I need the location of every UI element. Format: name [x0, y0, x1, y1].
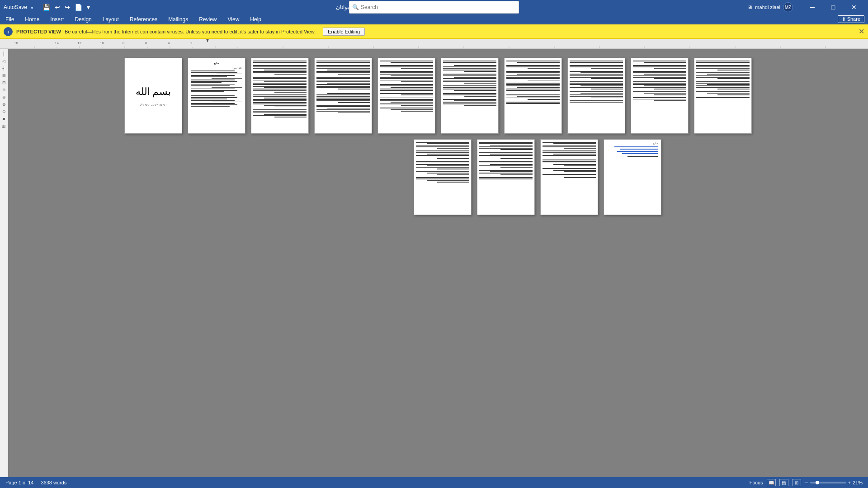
tab-file[interactable]: File	[0, 14, 19, 24]
page-thumb-8[interactable]	[567, 58, 625, 134]
search-bar[interactable]: 🔍	[349, 1, 519, 14]
page-row-2: منابع	[215, 139, 661, 215]
window-controls: ─ □ ✕	[802, 0, 864, 14]
page-thumb-12[interactable]	[477, 139, 535, 215]
user-area: 🖥 mahdi ziaei MZ	[747, 2, 793, 12]
print-layout-button[interactable]: ▤	[779, 479, 788, 486]
page-thumb-7[interactable]	[504, 58, 562, 134]
tab-design[interactable]: Design	[69, 14, 97, 24]
protected-message: Be careful—files from the Internet can c…	[65, 29, 316, 34]
svg-rect-0	[12, 39, 868, 48]
status-right: Focus 📖 ▤ ⊞ ─ + 21%	[750, 479, 863, 486]
ruler: 18 14 12 10 8 6 4 2	[0, 39, 868, 49]
monitor-icon: 🖥	[747, 5, 752, 10]
read-view-button[interactable]: 📖	[767, 479, 776, 486]
protected-icon-label: i	[7, 29, 9, 34]
user-avatar[interactable]: MZ	[783, 2, 793, 12]
protected-view-bar: i PROTECTED VIEW Be careful—files from t…	[0, 24, 868, 39]
page-thumb-6[interactable]	[441, 58, 499, 134]
ribbon: File Home Insert Design Layout Reference…	[0, 14, 868, 24]
left-tool-10[interactable]: ■	[1, 116, 7, 122]
page-thumb-4[interactable]	[314, 58, 372, 134]
page-thumb-13[interactable]	[540, 139, 598, 215]
page-thumb-5[interactable]	[377, 58, 435, 134]
bismillah-art: بسم الله	[127, 86, 179, 98]
page-thumb-10[interactable]	[694, 58, 752, 134]
protected-badge: PROTECTED VIEW	[16, 29, 61, 34]
tab-references[interactable]: References	[124, 14, 163, 24]
zoom-in-button[interactable]: +	[848, 480, 851, 485]
zoom-out-button[interactable]: ─	[805, 480, 808, 485]
file-icon[interactable]: 📄	[73, 3, 84, 12]
left-tool-11[interactable]: ▥	[1, 123, 7, 129]
left-tool-3[interactable]: ┤	[1, 65, 7, 71]
page-info: Page 1 of 14	[5, 480, 33, 485]
focus-label[interactable]: Focus	[750, 480, 763, 485]
search-input[interactable]	[361, 4, 516, 10]
quick-access-toolbar: 💾 ↩ ↪ 📄 ▾	[41, 3, 92, 12]
more-icon[interactable]: ▾	[85, 3, 92, 12]
web-view-button[interactable]: ⊞	[792, 479, 801, 486]
app-name: AutoSave	[4, 4, 27, 10]
tab-insert[interactable]: Insert	[45, 14, 69, 24]
page-thumb-3[interactable]	[251, 58, 309, 134]
page-thumb-2[interactable]: منابع دلایل امور :	[188, 58, 245, 134]
svg-text:10: 10	[100, 41, 104, 45]
left-tool-1[interactable]: │	[1, 51, 7, 57]
page-thumb-1[interactable]: بسم الله موضوع : خودزنی در نوجوانان	[124, 58, 182, 134]
page-thumb-9[interactable]	[631, 58, 689, 134]
zoom-slider[interactable]	[810, 482, 846, 483]
save-icon[interactable]: 💾	[41, 3, 52, 12]
left-tool-4[interactable]: ⊞	[1, 72, 7, 79]
left-tool-5[interactable]: ⊟	[1, 80, 7, 86]
page-thumb-14[interactable]: منابع	[604, 139, 661, 215]
right-area: 🖥 mahdi ziaei MZ ─ □ ✕	[747, 0, 864, 14]
user-initials: MZ	[785, 5, 791, 10]
tab-layout[interactable]: Layout	[97, 14, 124, 24]
main-area: │ ◁ ┤ ⊞ ⊟ ⊕ ⊖ ⊗ ⊙ ■ ▥ بسم الله موضوع : خ…	[0, 49, 868, 477]
app-logo: AutoSave ●	[4, 4, 33, 10]
autosave-toggle[interactable]: ●	[31, 5, 33, 10]
tab-mailings[interactable]: Mailings	[163, 14, 193, 24]
svg-text:18: 18	[14, 41, 18, 45]
svg-text:4: 4	[168, 41, 170, 45]
search-icon: 🔍	[352, 4, 359, 10]
title-bar: AutoSave ● 💾 ↩ ↪ 📄 ▾ تحقیق در مورد خودزن…	[0, 0, 868, 14]
redo-icon[interactable]: ↪	[63, 3, 72, 12]
zoom-area: ─ + 21%	[805, 480, 863, 485]
left-tool-9[interactable]: ⊙	[1, 108, 7, 115]
left-tool-6[interactable]: ⊕	[1, 87, 7, 93]
zoom-thumb	[816, 481, 819, 484]
left-toolbar: │ ◁ ┤ ⊞ ⊟ ⊕ ⊖ ⊗ ⊙ ■ ▥	[0, 49, 8, 477]
enable-editing-button[interactable]: Enable Editing	[323, 28, 365, 36]
page-subtitle: موضوع : خودزنی در نوجوانان	[127, 103, 179, 106]
svg-text:12: 12	[77, 41, 81, 45]
svg-text:14: 14	[55, 41, 59, 45]
share-button[interactable]: ⬆ Share	[838, 15, 864, 23]
minimize-button[interactable]: ─	[802, 0, 823, 14]
tab-help[interactable]: Help	[245, 14, 267, 24]
undo-icon[interactable]: ↩	[53, 3, 62, 12]
tab-review[interactable]: Review	[193, 14, 222, 24]
share-icon: ⬆	[842, 16, 846, 22]
word-count: 3638 words	[41, 480, 66, 485]
left-tool-2[interactable]: ◁	[1, 58, 7, 64]
left-tool-8[interactable]: ⊗	[1, 101, 7, 108]
user-name: mahdi ziaei	[755, 5, 780, 10]
left-tool-7[interactable]: ⊖	[1, 94, 7, 100]
tab-home[interactable]: Home	[19, 14, 45, 24]
protected-icon: i	[4, 27, 13, 36]
svg-text:2: 2	[190, 41, 193, 45]
status-bar: Page 1 of 14 3638 words Focus 📖 ▤ ⊞ ─ + …	[0, 477, 868, 488]
svg-text:6: 6	[145, 41, 147, 45]
maximize-button[interactable]: □	[823, 0, 844, 14]
close-button[interactable]: ✕	[844, 0, 864, 14]
protected-bar-close[interactable]: ✕	[859, 27, 864, 36]
status-left: Page 1 of 14 3638 words	[5, 480, 66, 485]
svg-text:8: 8	[123, 41, 125, 45]
document-canvas[interactable]: بسم الله موضوع : خودزنی در نوجوانان مناب…	[8, 49, 868, 477]
page-thumb-11[interactable]	[414, 139, 472, 215]
tab-view[interactable]: View	[222, 14, 245, 24]
page-row-1: بسم الله موضوع : خودزنی در نوجوانان مناب…	[124, 58, 752, 134]
ruler-marks: 18 14 12 10 8 6 4 2	[12, 39, 868, 48]
